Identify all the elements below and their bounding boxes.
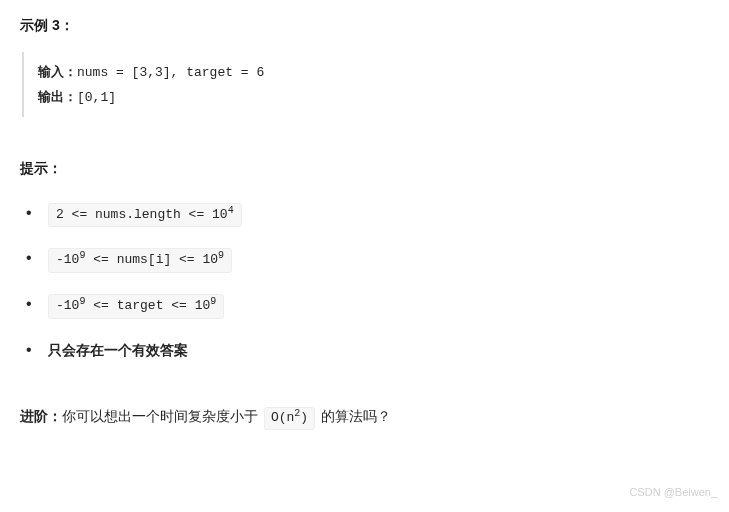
- advanced-text-after: 的算法吗？: [317, 408, 391, 424]
- complexity-code: O(n2): [264, 407, 315, 430]
- hints-heading: 提示：: [20, 157, 709, 179]
- advanced-section: 进阶：你可以想出一个时间复杂度小于 O(n2) 的算法吗？: [20, 405, 709, 430]
- list-item: -109 <= nums[i] <= 109: [26, 247, 709, 273]
- output-line: 输出：[0,1]: [38, 85, 709, 109]
- example-codeblock: 输入：nums = [3,3], target = 6 输出：[0,1]: [22, 52, 709, 117]
- watermark: CSDN @Beiwen_: [629, 484, 717, 502]
- input-label: 输入：: [38, 64, 77, 79]
- input-value: nums = [3,3], target = 6: [77, 65, 264, 80]
- example-heading: 示例 3：: [20, 14, 709, 36]
- constraint-nums-length: 2 <= nums.length <= 104: [48, 203, 242, 228]
- constraint-unique-answer: 只会存在一个有效答案: [48, 342, 188, 358]
- output-label: 输出：: [38, 89, 77, 104]
- advanced-text-before: 你可以想出一个时间复杂度小于: [62, 408, 262, 424]
- list-item: 2 <= nums.length <= 104: [26, 202, 709, 228]
- output-value: [0,1]: [77, 90, 116, 105]
- constraint-target: -109 <= target <= 109: [48, 294, 224, 319]
- list-item: 只会存在一个有效答案: [26, 339, 709, 361]
- input-line: 输入：nums = [3,3], target = 6: [38, 60, 709, 84]
- advanced-lead: 进阶：: [20, 408, 62, 424]
- list-item: -109 <= target <= 109: [26, 293, 709, 319]
- hints-list: 2 <= nums.length <= 104 -109 <= nums[i] …: [20, 202, 709, 362]
- constraint-nums-value: -109 <= nums[i] <= 109: [48, 248, 232, 273]
